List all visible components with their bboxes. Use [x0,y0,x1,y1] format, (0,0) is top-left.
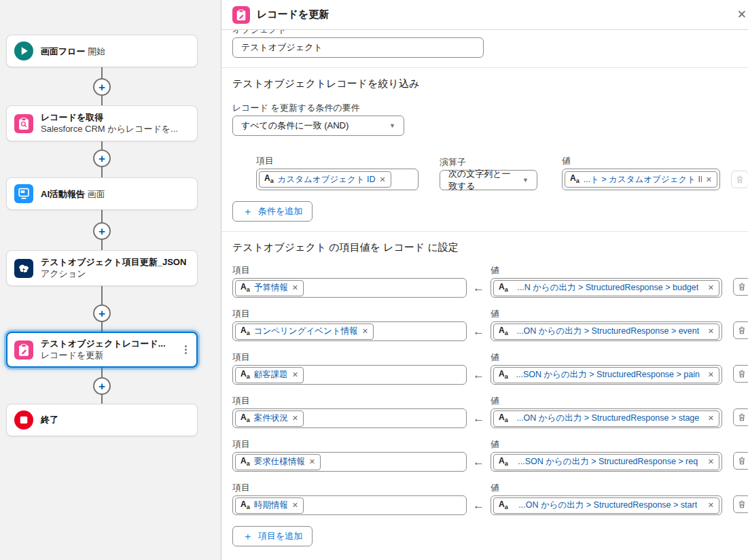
section-divider [221,231,748,232]
add-element-button[interactable]: + [93,304,111,322]
add-element-button[interactable]: + [93,222,111,240]
field-column-label: 項目 [232,483,467,493]
add-condition-button[interactable]: ＋ 条件を追加 [232,201,313,222]
node-title: テストオブジェクトレコード... [41,338,166,349]
remove-pill-icon[interactable]: ✕ [309,458,315,466]
remove-pill-icon[interactable]: ✕ [292,415,298,422]
update-records-panel: レコードを更新 ✕ オブジェクト テストオブジェクト テストオブジェクトレコード… [221,0,748,560]
field-input[interactable]: Aa案件状況✕ [232,408,467,428]
value-input[interactable]: Aa...SON からの出力 > StructuredResponse > re… [491,452,722,472]
delete-row-button[interactable] [733,321,748,339]
resource-pill[interactable]: Aa...SON からの出力 > StructuredResponse > pa… [493,367,719,383]
text-type-icon: Aa [241,283,250,293]
field-column-label: 項目 [232,265,467,275]
delete-row-button[interactable] [733,365,748,383]
flow-node-start[interactable]: 画面フロー 開始 [6,35,198,67]
close-icon[interactable]: ✕ [733,6,748,23]
remove-pill-icon[interactable]: ✕ [708,502,714,509]
delete-row-button[interactable] [733,408,748,426]
section-divider [221,67,748,68]
resource-pill[interactable]: Aa案件状況✕ [235,410,304,427]
field-column-label: 項目 [232,352,467,362]
flow-node-action[interactable]: テストオブジェクト項目更新_JSON アクション [6,250,198,286]
add-element-button[interactable]: + [93,377,111,395]
text-type-icon: Aa [499,413,508,423]
delete-row-button[interactable] [733,452,748,470]
condition-requirement-select[interactable]: すべての条件に一致 (AND) ▼ [232,116,404,136]
text-type-icon: Aa [241,413,250,423]
remove-pill-icon[interactable]: ✕ [708,415,714,422]
delete-row-button[interactable] [733,495,748,513]
field-input[interactable]: Aa顧客課題✕ [232,365,467,385]
remove-pill-icon[interactable]: ✕ [292,502,298,509]
field-input[interactable]: Aa時期情報✕ [232,495,467,515]
node-subtitle: 画面 [88,189,105,199]
value-input[interactable]: Aa...ON からの出力 > StructuredResponse > sta… [491,408,722,428]
resource-pill[interactable]: Aa予算情報✕ [235,280,304,296]
value-input[interactable]: Aa...ON からの出力 > StructuredResponse > sta… [491,495,722,515]
resource-pill[interactable]: Aaコンペリングイベント情報✕ [235,323,374,340]
node-subtitle: Salesforce CRM からレコードを... [41,124,178,134]
resource-pill[interactable]: Aa...N からの出力 > StructuredResponse > budg… [493,280,719,296]
node-title: レコードを取得 [41,112,103,122]
remove-pill-icon[interactable]: ✕ [708,371,714,379]
delete-row-button[interactable] [733,278,748,296]
condition-operator-select[interactable]: 次の文字列と一致する ▼ [440,170,537,190]
flow-node-end[interactable]: 終了 [6,404,198,436]
resource-pill[interactable]: Aa要求仕様情報✕ [235,454,321,470]
flow-node-get-records[interactable]: レコードを取得 Salesforce CRM からレコードを... [6,105,198,141]
remove-pill-icon[interactable]: ✕ [706,176,712,183]
delete-condition-button[interactable] [731,171,748,188]
chevron-down-icon: ▼ [522,177,529,183]
remove-pill-icon[interactable]: ✕ [292,284,298,292]
field-column-label: 項目 [232,309,467,319]
remove-pill-icon[interactable]: ✕ [362,328,368,335]
record-update-icon [14,340,33,360]
text-type-icon: Aa [241,457,250,467]
filter-section-heading: テストオブジェクトレコードを絞り込み [232,77,748,90]
flow-node-screen[interactable]: AI活動報告 画面 [6,177,198,210]
value-input[interactable]: Aa...N からの出力 > StructuredResponse > budg… [491,278,722,298]
value-input[interactable]: Aa...ON からの出力 > StructuredResponse > eve… [491,321,722,341]
add-field-button[interactable]: ＋ 項目を追加 [232,526,313,546]
node-title: AI活動報告 [41,189,85,199]
value-input[interactable]: Aa...SON からの出力 > StructuredResponse > pa… [491,365,722,385]
resource-pill[interactable]: Aa顧客課題✕ [235,367,304,383]
field-value-row: 項目 Aa案件状況✕ ← 値 Aa...ON からの出力 > Structure… [232,396,748,428]
value-column-label: 値 [491,396,722,406]
resource-pill[interactable]: Aa ...ト > カスタムオブジェクト ID ✕ [565,171,717,188]
remove-pill-icon[interactable]: ✕ [708,458,714,466]
field-input[interactable]: Aa予算情報✕ [232,278,467,298]
resource-pill[interactable]: Aa...SON からの出力 > StructuredResponse > re… [493,454,719,470]
text-type-icon: Aa [499,457,508,467]
add-element-button[interactable]: + [93,150,111,167]
condition-field-input[interactable]: Aa カスタムオブジェクト ID ✕ [256,169,418,190]
value-column-label: 値 [491,352,722,362]
resource-pill[interactable]: Aa時期情報✕ [235,497,304,514]
remove-pill-icon[interactable]: ✕ [380,176,386,183]
field-value-row: 項目 Aa顧客課題✕ ← 値 Aa...SON からの出力 > Structur… [232,352,748,385]
flow-node-update-records[interactable]: テストオブジェクトレコード... レコードを更新 [6,332,198,368]
condition-row: 項目 Aa カスタムオブジェクト ID ✕ 演算子 次の文字列と一致する ▼ 値 [232,156,748,190]
left-arrow-icon: ← [473,456,484,468]
start-play-icon [14,41,33,60]
text-type-icon: Aa [570,174,580,184]
node-title: 画面フロー [41,46,86,56]
node-menu-button[interactable] [182,344,190,355]
remove-pill-icon[interactable]: ✕ [708,328,714,335]
left-arrow-icon: ← [473,369,484,381]
object-input[interactable]: テストオブジェクト [232,37,484,58]
remove-pill-icon[interactable]: ✕ [292,371,298,379]
remove-pill-icon[interactable]: ✕ [708,284,714,292]
condition-value-input[interactable]: Aa ...ト > カスタムオブジェクト ID ✕ [562,169,720,190]
condition-requirement-label: レコード を更新する条件の要件 [232,103,748,113]
add-element-button[interactable]: + [93,78,111,96]
left-arrow-icon: ← [473,326,484,337]
field-input[interactable]: Aa要求仕様情報✕ [232,452,467,472]
resource-pill[interactable]: Aa...ON からの出力 > StructuredResponse > sta… [493,410,719,427]
field-input[interactable]: Aaコンペリングイベント情報✕ [232,321,467,341]
resource-pill[interactable]: Aa...ON からの出力 > StructuredResponse > sta… [493,497,719,514]
einstein-butterfly-icon [14,259,33,278]
resource-pill[interactable]: Aa カスタムオブジェクト ID ✕ [259,171,391,188]
resource-pill[interactable]: Aa...ON からの出力 > StructuredResponse > eve… [493,323,719,340]
